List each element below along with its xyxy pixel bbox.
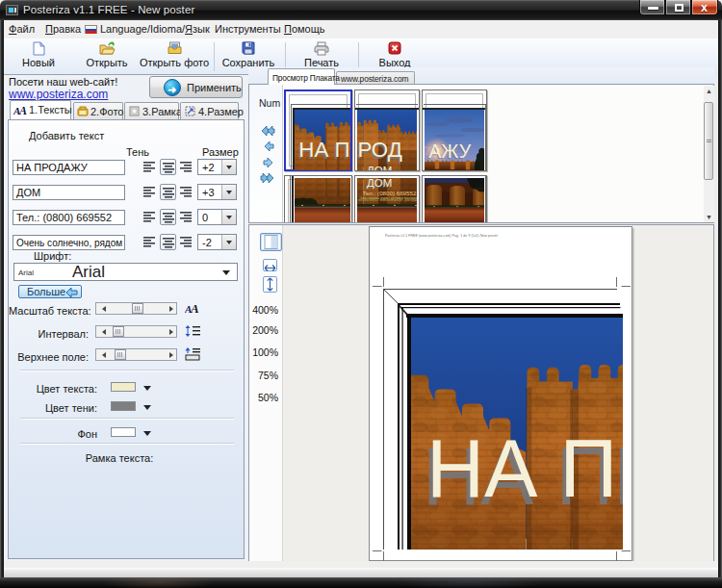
svg-text:A: A <box>190 301 199 315</box>
svg-text:A: A <box>18 104 27 116</box>
